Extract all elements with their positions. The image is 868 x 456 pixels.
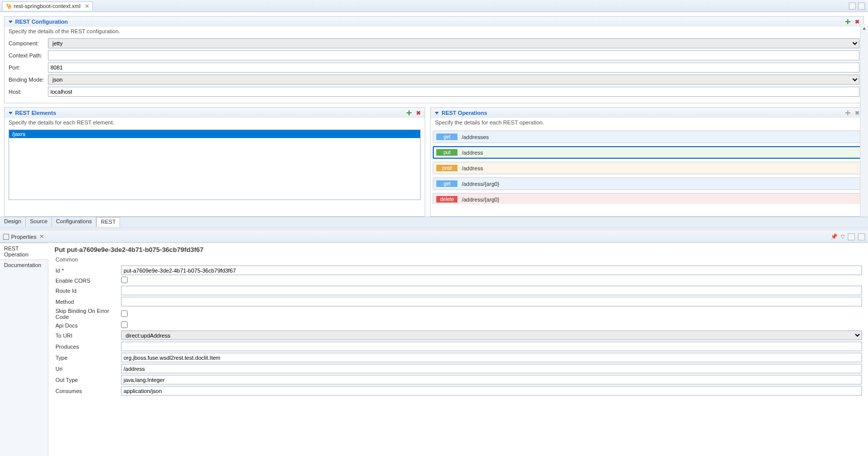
method-badge: post	[436, 165, 457, 171]
uri-label: Uri	[54, 366, 121, 372]
to-uri-label: To URI	[54, 333, 121, 339]
editor-tab-bar: 🐪 rest-springboot-context.xml ✕	[0, 0, 868, 12]
editor-bottom-tab-source[interactable]: Source	[26, 217, 52, 227]
operation-path: /address/{arg0}	[461, 197, 499, 203]
id-input[interactable]	[121, 266, 862, 275]
chevron-down-icon	[9, 21, 13, 23]
add-operation-button[interactable]	[844, 109, 851, 116]
editor-bottom-tab-rest[interactable]: REST	[96, 217, 120, 227]
operation-path: /addresses	[461, 134, 489, 140]
delete-element-button[interactable]: ✖	[415, 109, 422, 116]
scroll-up-icon[interactable]: ▲	[860, 24, 868, 32]
uri-input[interactable]	[121, 364, 862, 373]
section-title: REST Configuration	[15, 19, 68, 25]
editor-bottom-tabs: DesignSourceConfigurationsREST	[0, 217, 868, 227]
rest-elements-list[interactable]: /jaxrs	[9, 129, 421, 200]
minimize-view-button[interactable]	[848, 233, 855, 240]
vertical-scrollbar[interactable]: ▲	[860, 24, 868, 217]
rest-elements-panel: REST Elements ✖ Specify the details for …	[4, 107, 425, 217]
method-badge: put	[436, 149, 457, 156]
out-type-label: Out Type	[54, 377, 121, 383]
method-badge: get	[436, 134, 457, 140]
context-path-input[interactable]	[48, 50, 859, 60]
rest-operations-header[interactable]: REST Operations ✖	[431, 108, 863, 118]
rest-editor: REST Configuration ✖ Specify the details…	[0, 12, 868, 217]
editor-file-tab[interactable]: 🐪 rest-springboot-context.xml ✕	[2, 2, 93, 11]
consumes-input[interactable]	[121, 386, 862, 396]
type-label: Type	[54, 355, 121, 361]
minimize-button[interactable]	[849, 3, 856, 10]
to-uri-select[interactable]: direct:updAddress	[121, 331, 862, 340]
delete-config-button[interactable]: ✖	[853, 18, 860, 25]
operation-path: /address	[461, 150, 483, 156]
maximize-button[interactable]	[858, 3, 865, 10]
camel-icon: 🐪	[6, 4, 12, 9]
api-docs-checkbox[interactable]	[121, 321, 128, 328]
method-badge: delete	[436, 196, 457, 203]
add-element-button[interactable]	[406, 109, 413, 116]
properties-view-label: Properties	[11, 234, 36, 240]
close-icon[interactable]: ✕	[39, 233, 44, 240]
properties-icon	[3, 234, 9, 240]
rest-configuration-panel: REST Configuration ✖ Specify the details…	[4, 16, 864, 103]
route-id-input[interactable]	[121, 286, 862, 295]
section-title: REST Elements	[15, 110, 56, 116]
rest-operation-row[interactable]: get/address/{arg0}	[433, 177, 861, 190]
chevron-down-icon	[435, 112, 439, 114]
pin-view-button[interactable]: 📌	[831, 233, 838, 240]
add-config-button[interactable]	[844, 18, 851, 25]
produces-label: Produces	[54, 344, 121, 350]
host-input[interactable]	[48, 87, 859, 97]
properties-side-tab-rest-operation[interactable]: REST Operation	[0, 243, 48, 260]
port-label: Port:	[9, 64, 48, 71]
rest-elements-header[interactable]: REST Elements ✖	[5, 108, 425, 118]
view-divider	[0, 227, 868, 231]
properties-side-tabs: REST OperationDocumentation	[0, 243, 48, 456]
editor-bottom-tab-design[interactable]: Design	[0, 217, 26, 227]
rest-configuration-header[interactable]: REST Configuration ✖	[5, 17, 863, 27]
editor-tab-label: rest-springboot-context.xml	[14, 3, 81, 9]
method-input[interactable]	[121, 297, 862, 306]
rest-operation-row[interactable]: get/addresses	[433, 131, 861, 143]
rest-operation-row[interactable]: put/address	[433, 146, 861, 159]
maximize-view-button[interactable]	[858, 233, 865, 240]
out-type-input[interactable]	[121, 375, 862, 384]
produces-input[interactable]	[121, 342, 862, 351]
delete-operation-button[interactable]: ✖	[853, 109, 860, 116]
operation-path: /address/{arg0}	[461, 181, 499, 187]
rest-operation-row[interactable]: delete/address/{arg0}	[433, 193, 861, 204]
editor-window-controls	[849, 3, 865, 10]
chevron-down-icon	[9, 112, 13, 114]
port-input[interactable]	[48, 62, 859, 73]
rest-operations-panel: REST Operations ✖ Specify the details fo…	[430, 107, 864, 217]
editor-bottom-tab-configurations[interactable]: Configurations	[52, 217, 96, 227]
section-title: REST Operations	[441, 110, 487, 116]
close-icon[interactable]: ✕	[85, 3, 89, 10]
properties-title: Put put-a7609e9e-3de2-4b71-b075-36cb79fd…	[54, 246, 862, 253]
properties-view: REST OperationDocumentation Put put-a760…	[0, 243, 868, 456]
context-path-label: Context Path:	[9, 52, 48, 58]
skip-binding-checkbox[interactable]	[121, 310, 128, 317]
host-label: Host:	[9, 89, 48, 95]
enable-cors-label: Enable CORS	[54, 278, 121, 284]
type-input[interactable]	[121, 353, 862, 362]
operation-path: /address	[461, 165, 483, 171]
rest-operation-row[interactable]: post/address	[433, 162, 861, 174]
binding-mode-label: Binding Mode:	[9, 77, 48, 83]
method-label: Method	[54, 299, 121, 305]
id-label: Id *	[54, 268, 121, 274]
view-menu-button[interactable]: ▽	[841, 234, 845, 239]
binding-mode-select[interactable]: json	[48, 75, 859, 85]
properties-main: Put put-a7609e9e-3de2-4b71-b075-36cb79fd…	[48, 243, 868, 456]
section-desc: Specify the details of the REST configur…	[5, 27, 863, 37]
route-id-label: Route Id	[54, 288, 121, 294]
method-badge: get	[436, 180, 457, 187]
component-select[interactable]: jetty	[48, 38, 859, 48]
section-desc: Specify the details for each REST operat…	[431, 118, 863, 128]
properties-side-tab-documentation[interactable]: Documentation	[0, 260, 48, 270]
component-label: Component:	[9, 40, 48, 46]
section-desc: Specify the details for each REST elemen…	[5, 118, 425, 128]
enable-cors-checkbox[interactable]	[121, 277, 128, 283]
properties-view-bar: Properties ✕ 📌 ▽	[0, 231, 868, 243]
rest-element-item[interactable]: /jaxrs	[9, 130, 420, 138]
